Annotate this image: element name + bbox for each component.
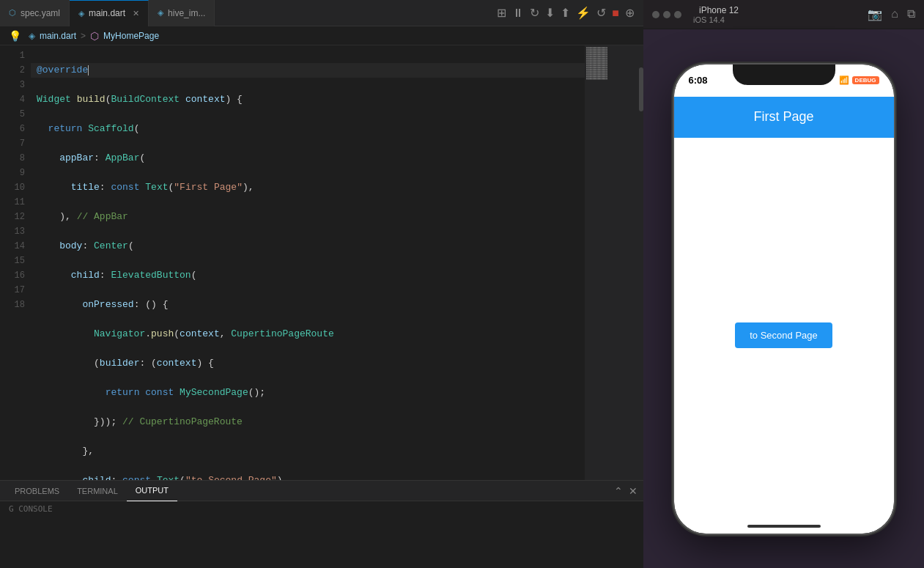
tab-icon-hive: ◈ <box>158 8 163 18</box>
sim-dot-3 <box>674 11 681 18</box>
code-line-15: child: const Text("to Second Page"), <box>31 473 585 480</box>
grid-icon[interactable]: ⊞ <box>497 6 506 20</box>
panel-tab-output-label: OUTPUT <box>136 486 169 495</box>
iphone-notch <box>733 64 835 85</box>
lightbulb-icon[interactable]: 💡 <box>9 30 21 42</box>
panel-content: G CONSOLE <box>0 501 643 568</box>
breadcrumb-class: MyHomePage <box>103 31 159 41</box>
sim-resize-icon[interactable]: ⧉ <box>907 7 915 21</box>
panel-tab-actions: ⌃ ✕ <box>614 485 637 497</box>
breadcrumb: 💡 ◈ main.dart > ⬡ MyHomePage <box>0 26 643 45</box>
breadcrumb-file: main.dart <box>40 31 76 41</box>
sim-home-icon[interactable]: ⌂ <box>891 7 898 21</box>
iphone-home-indicator <box>747 525 821 528</box>
code-line-4: appBar: AppBar( <box>31 151 585 166</box>
reload-icon[interactable]: ↺ <box>596 6 606 20</box>
sim-dots <box>652 11 681 18</box>
minimap-handle[interactable] <box>639 67 643 111</box>
tab-spec[interactable]: ⬡ spec.yaml <box>0 0 70 26</box>
iphone-frame: 6:08 📶 DEBUG First Page to Second Page <box>674 64 894 534</box>
code-line-11: (builder: (context) { <box>31 356 585 371</box>
tab-icon-main: ◈ <box>78 9 84 18</box>
sim-screenshot-icon[interactable]: 📷 <box>868 7 882 21</box>
sim-dot-1 <box>652 11 659 18</box>
app-bar-title: First Page <box>753 109 813 125</box>
code-line-1: @override <box>31 63 585 78</box>
iphone-screen: 6:08 📶 DEBUG First Page to Second Page <box>674 64 894 534</box>
sim-toolbar: iPhone 12 iOS 14.4 📷 ⌂ ⧉ <box>643 0 924 29</box>
panel-close-icon[interactable]: ✕ <box>629 485 637 497</box>
breadcrumb-class-icon: ⬡ <box>90 30 99 42</box>
redo-icon[interactable]: ↻ <box>530 6 539 20</box>
code-line-6: ), // AppBar <box>31 210 585 224</box>
panel-tab-output[interactable]: OUTPUT <box>127 481 177 501</box>
sim-device-version: iOS 14.4 <box>693 15 739 24</box>
code-line-9: onPressed: () { <box>31 298 585 312</box>
code-line-8: child: ElevatedButton( <box>31 268 585 283</box>
tab-close-main[interactable]: ✕ <box>133 9 139 18</box>
sim-dot-2 <box>663 11 670 18</box>
lightning-icon[interactable]: ⚡ <box>576 6 591 20</box>
tab-label-main: main.dart <box>89 8 125 18</box>
console-label: G CONSOLE <box>9 504 635 514</box>
stop-icon[interactable]: ■ <box>612 7 619 20</box>
editor-panel: ⬡ spec.yaml ◈ main.dart ✕ ◈ hive_im... ⊞… <box>0 0 643 568</box>
code-line-12: return const MySecondPage(); <box>31 386 585 400</box>
up-icon[interactable]: ⬆ <box>561 6 570 20</box>
tab-hive[interactable]: ◈ hive_im... <box>149 0 215 26</box>
app-bar: First Page <box>674 97 894 138</box>
simulator-panel: iPhone 12 iOS 14.4 📷 ⌂ ⧉ 6:08 📶 DEBUG <box>643 0 924 568</box>
status-time: 6:08 <box>689 75 708 86</box>
code-line-2: Widget build(BuildContext context) { <box>31 92 585 107</box>
panel-tab-problems-label: PROBLEMS <box>15 487 59 495</box>
code-content[interactable]: @override Widget build(BuildContext cont… <box>31 45 585 480</box>
tab-icon-spec: ⬡ <box>9 8 16 18</box>
code-line-7: body: Center( <box>31 239 585 254</box>
tab-label-spec: spec.yaml <box>21 8 60 18</box>
code-line-10: Navigator.push(context, CupertinoPageRou… <box>31 327 585 342</box>
tab-label-hive: hive_im... <box>168 8 205 18</box>
sim-wrapper: 6:08 📶 DEBUG First Page to Second Page <box>662 29 906 568</box>
app-content: to Second Page <box>674 138 894 534</box>
panel-collapse-icon[interactable]: ⌃ <box>614 485 623 497</box>
down-icon[interactable]: ⬇ <box>545 6 555 20</box>
breadcrumb-sep: > <box>81 31 86 41</box>
line-numbers: 1 2 3 4 5 6 7 8 9 10 11 12 13 14 15 16 1… <box>0 45 31 480</box>
to-second-page-button[interactable]: to Second Page <box>735 322 832 348</box>
panel-tab-terminal[interactable]: TERMINAL <box>68 481 127 501</box>
sim-device-name: iPhone 12 <box>699 5 739 15</box>
wifi-icon: 📶 <box>839 75 849 85</box>
status-icons: 📶 DEBUG <box>839 75 879 85</box>
code-line-14: }, <box>31 444 585 459</box>
code-line-3: return Scaffold( <box>31 122 585 136</box>
code-line-13: })); // CupertinoPageRoute <box>31 415 585 429</box>
minimap: ████████████████████████ ███████████████… <box>585 45 643 480</box>
panel-tab-terminal-label: TERMINAL <box>77 487 118 495</box>
breadcrumb-file-icon: ◈ <box>29 31 35 41</box>
code-area: 1 2 3 4 5 6 7 8 9 10 11 12 13 14 15 16 1… <box>0 45 643 480</box>
panel-tab-problems[interactable]: PROBLEMS <box>6 481 68 501</box>
minimap-content: ████████████████████████ ███████████████… <box>585 45 643 480</box>
panel-tabs: PROBLEMS TERMINAL OUTPUT ⌃ ✕ <box>0 481 643 501</box>
tab-bar: ⬡ spec.yaml ◈ main.dart ✕ ◈ hive_im... ⊞… <box>0 0 643 26</box>
debug-badge: DEBUG <box>852 76 879 84</box>
sim-toolbar-right: 📷 ⌂ ⧉ <box>868 7 915 21</box>
pause-icon[interactable]: ⏸ <box>512 7 524 20</box>
search-icon[interactable]: ⊕ <box>625 6 635 20</box>
tab-main[interactable]: ◈ main.dart ✕ <box>70 0 149 26</box>
toolbar-icons: ⊞ ⏸ ↻ ⬇ ⬆ ⚡ ↺ ■ ⊕ <box>497 6 643 20</box>
code-line-5: title: const Text("First Page"), <box>31 180 585 195</box>
bottom-panel: PROBLEMS TERMINAL OUTPUT ⌃ ✕ G CONSOLE <box>0 480 643 568</box>
